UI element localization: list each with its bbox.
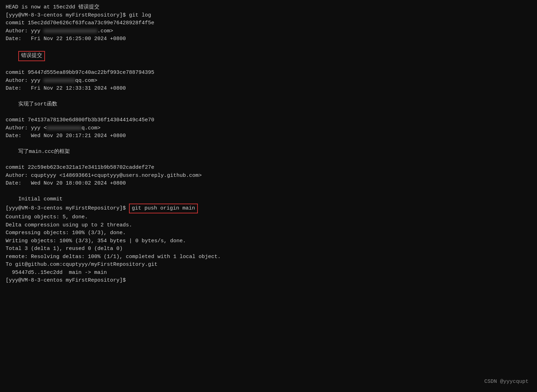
prompt-push-line: [yyy@VM-8-3-centos myFirstRepository]$ g…: [6, 204, 531, 214]
author3-blur: xxxxxxxxxxx: [47, 124, 82, 133]
compressing-line: Compressing objects: 100% (3/3), done.: [6, 229, 531, 237]
commit4-date: Date: Wed Nov 20 18:00:02 2024 +0800: [6, 180, 531, 188]
delta-comp-line: Delta compression using up to 2 threads.: [6, 221, 531, 230]
commit3-author: Author: yyy <xxxxxxxxxxxq.com>: [6, 124, 531, 133]
prompt-git-log: [yyy@VM-8-3-centos myFirstRepository]$ g…: [6, 12, 531, 20]
spacer2: [6, 61, 531, 69]
commit3-date: Date: Wed Nov 20 20:17:21 2024 +0800: [6, 132, 531, 140]
spacer4: [6, 109, 531, 117]
commit2-author: Author: yyy xxxxxxxxxxqq.com>: [6, 77, 531, 85]
spacer3: [6, 93, 531, 101]
head-reset-line: HEAD is now at 15ec2dd 错误提交: [6, 4, 531, 12]
counting-line: Counting objects: 5, done.: [6, 213, 531, 221]
commit1-hash: commit 15ec2dd70e626cf63fcaa73c99e764289…: [6, 19, 531, 27]
total-line: Total 3 (delta 1), reused 0 (delta 0): [6, 245, 531, 253]
commit3-hash: commit 7e4137a78130e6d800fb3b36f14304414…: [6, 116, 531, 124]
watermark-label: CSDN @yyycqupt: [484, 378, 529, 386]
next-prompt-line: [yyy@VM-8-3-centos myFirstRepository]$: [6, 277, 531, 285]
spacer6: [6, 156, 531, 164]
commit1-author: Author: yyy xxxxxxxxxxxxxxxxx.com>: [6, 27, 531, 36]
commit4-author: Author: cquptyyy <148693661+cquptyyy@use…: [6, 172, 531, 180]
terminal-window: HEAD is now at 15ec2dd 错误提交 [yyy@VM-8-3-…: [0, 0, 537, 392]
git-push-cmd-box: git push origin main: [129, 204, 198, 214]
push-result-line: 95447d5..15ec2dd main -> main: [6, 269, 531, 277]
spacer1: [6, 43, 531, 51]
commit1-msg-line: 错误提交: [6, 51, 531, 61]
commit2-hash: commit 95447d555ea89bb97c40ac22bf993ce78…: [6, 69, 531, 77]
author1-blur: xxxxxxxxxxxxxxxxx: [44, 27, 97, 36]
commit2-date: Date: Fri Nov 22 12:33:31 2024 +0800: [6, 85, 531, 93]
commit4-msg: Initial commit: [6, 195, 531, 204]
spacer5: [6, 140, 531, 148]
commit1-date: Date: Fri Nov 22 16:25:00 2024 +0800: [6, 35, 531, 43]
commit1-msg-box: 错误提交: [18, 51, 45, 61]
spacer7: [6, 188, 531, 196]
commit4-hash: commit 22c59eb623ce321a17e3411b9b58702ca…: [6, 164, 531, 172]
commit3-msg: 写了main.ccc的框架: [6, 148, 531, 156]
writing-line: Writing objects: 100% (3/3), 354 bytes |…: [6, 237, 531, 245]
to-git-line: To git@github.com:cquptyyy/myFirstReposi…: [6, 261, 531, 269]
remote-line: remote: Resolving deltas: 100% (1/1), co…: [6, 253, 531, 261]
commit2-msg: 实现了sort函数: [6, 101, 531, 109]
author2-blur: xxxxxxxxxx: [44, 77, 75, 85]
